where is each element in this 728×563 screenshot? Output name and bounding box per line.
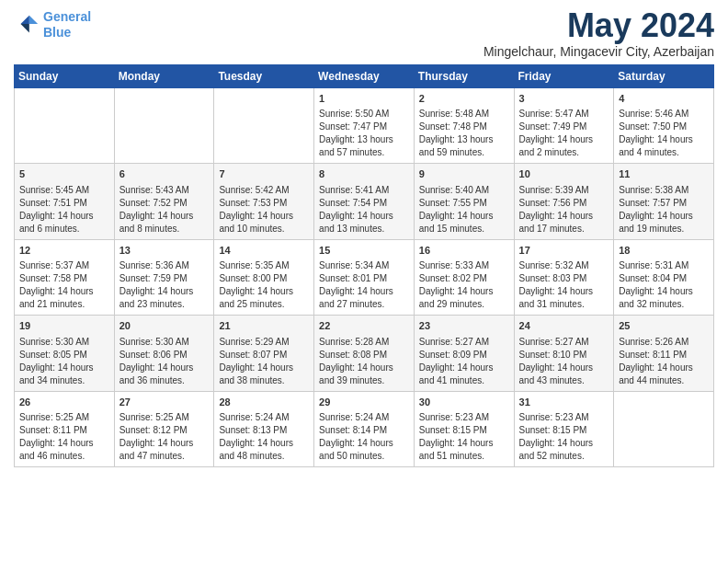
sunset-text: Sunset: 8:10 PM — [519, 349, 609, 362]
daylight-text: Daylight: 13 hours and 57 minutes. — [319, 133, 409, 159]
day-number: 4 — [619, 92, 709, 106]
col-sunday: Sunday — [15, 65, 115, 88]
day-number: 2 — [419, 92, 509, 106]
location: Mingelchaur, Mingacevir City, Azerbaijan — [483, 44, 714, 59]
daylight-text: Daylight: 14 hours and 29 minutes. — [419, 285, 509, 311]
day-number: 11 — [619, 167, 709, 181]
calendar-cell: 25Sunrise: 5:26 AMSunset: 8:11 PMDayligh… — [614, 316, 714, 391]
col-monday: Monday — [114, 65, 214, 88]
sunset-text: Sunset: 8:06 PM — [119, 349, 210, 362]
daylight-text: Daylight: 14 hours and 39 minutes. — [319, 362, 409, 387]
sunrise-text: Sunrise: 5:48 AM — [419, 108, 509, 121]
calendar-cell: 6Sunrise: 5:43 AMSunset: 7:52 PMDaylight… — [114, 164, 214, 239]
day-number: 18 — [619, 244, 709, 258]
sunset-text: Sunset: 7:57 PM — [619, 197, 709, 210]
sunset-text: Sunset: 7:59 PM — [119, 272, 210, 285]
calendar-cell: 7Sunrise: 5:42 AMSunset: 7:53 PMDaylight… — [214, 164, 314, 239]
calendar-cell: 1Sunrise: 5:50 AMSunset: 7:47 PMDaylight… — [314, 88, 415, 164]
sunrise-text: Sunrise: 5:33 AM — [419, 259, 509, 272]
daylight-text: Daylight: 14 hours and 27 minutes. — [319, 285, 409, 311]
sunset-text: Sunset: 7:50 PM — [619, 121, 709, 133]
daylight-text: Daylight: 14 hours and 34 minutes. — [19, 362, 109, 387]
day-number: 31 — [519, 396, 609, 409]
sunset-text: Sunset: 8:03 PM — [519, 272, 609, 285]
day-number: 22 — [319, 319, 409, 333]
svg-marker-0 — [29, 16, 38, 24]
calendar-cell: 13Sunrise: 5:36 AMSunset: 7:59 PMDayligh… — [114, 239, 214, 315]
sunrise-text: Sunrise: 5:39 AM — [519, 184, 609, 197]
daylight-text: Daylight: 14 hours and 17 minutes. — [519, 210, 609, 236]
daylight-text: Daylight: 14 hours and 13 minutes. — [319, 210, 409, 236]
calendar-cell: 18Sunrise: 5:31 AMSunset: 8:04 PMDayligh… — [614, 239, 714, 315]
sunset-text: Sunset: 8:09 PM — [419, 349, 509, 362]
calendar-cell: 21Sunrise: 5:29 AMSunset: 8:07 PMDayligh… — [214, 316, 314, 391]
sunset-text: Sunset: 8:12 PM — [119, 424, 210, 437]
daylight-text: Daylight: 14 hours and 4 minutes. — [619, 133, 709, 159]
sunrise-text: Sunrise: 5:30 AM — [119, 336, 210, 349]
calendar-cell: 22Sunrise: 5:28 AMSunset: 8:08 PMDayligh… — [314, 316, 415, 391]
sunset-text: Sunset: 7:48 PM — [419, 121, 509, 133]
daylight-text: Daylight: 14 hours and 15 minutes. — [419, 210, 509, 236]
calendar-cell: 2Sunrise: 5:48 AMSunset: 7:48 PMDaylight… — [414, 88, 514, 164]
sunrise-text: Sunrise: 5:32 AM — [519, 259, 609, 272]
sunset-text: Sunset: 8:01 PM — [319, 272, 409, 285]
sunrise-text: Sunrise: 5:27 AM — [419, 336, 509, 349]
calendar-cell: 3Sunrise: 5:47 AMSunset: 7:49 PMDaylight… — [514, 88, 614, 164]
day-number: 29 — [319, 396, 409, 409]
calendar-cell: 19Sunrise: 5:30 AMSunset: 8:05 PMDayligh… — [15, 316, 115, 391]
sunrise-text: Sunrise: 5:23 AM — [519, 411, 609, 424]
logo: General Blue — [14, 9, 91, 40]
day-number: 1 — [319, 92, 409, 106]
day-number: 19 — [19, 319, 109, 333]
sunset-text: Sunset: 8:15 PM — [419, 424, 509, 437]
sunset-text: Sunset: 7:51 PM — [19, 197, 109, 210]
sunset-text: Sunset: 8:00 PM — [219, 272, 309, 285]
calendar-cell: 10Sunrise: 5:39 AMSunset: 7:56 PMDayligh… — [514, 164, 614, 239]
sunrise-text: Sunrise: 5:24 AM — [219, 411, 309, 424]
daylight-text: Daylight: 14 hours and 21 minutes. — [19, 285, 109, 311]
day-number: 5 — [19, 167, 109, 181]
day-number: 7 — [219, 167, 309, 181]
sunset-text: Sunset: 7:47 PM — [319, 121, 409, 133]
sunrise-text: Sunrise: 5:43 AM — [119, 184, 210, 197]
calendar-cell: 11Sunrise: 5:38 AMSunset: 7:57 PMDayligh… — [614, 164, 714, 239]
day-number: 20 — [119, 319, 210, 333]
daylight-text: Daylight: 14 hours and 8 minutes. — [119, 210, 210, 236]
day-number: 14 — [219, 244, 309, 258]
sunset-text: Sunset: 8:11 PM — [19, 424, 109, 437]
calendar-cell: 9Sunrise: 5:40 AMSunset: 7:55 PMDaylight… — [414, 164, 514, 239]
col-tuesday: Tuesday — [214, 65, 314, 88]
calendar-cell: 14Sunrise: 5:35 AMSunset: 8:00 PMDayligh… — [214, 239, 314, 315]
daylight-text: Daylight: 14 hours and 44 minutes. — [619, 362, 709, 387]
calendar-cell — [114, 88, 214, 164]
calendar-cell: 12Sunrise: 5:37 AMSunset: 7:58 PMDayligh… — [15, 239, 115, 315]
header: General Blue May 2024 Mingelchaur, Minga… — [14, 9, 714, 59]
daylight-text: Daylight: 14 hours and 38 minutes. — [219, 362, 309, 387]
calendar-cell: 26Sunrise: 5:25 AMSunset: 8:11 PMDayligh… — [15, 391, 115, 466]
daylight-text: Daylight: 14 hours and 47 minutes. — [119, 437, 210, 463]
daylight-text: Daylight: 14 hours and 43 minutes. — [519, 362, 609, 387]
calendar-table: Sunday Monday Tuesday Wednesday Thursday… — [14, 64, 714, 467]
sunset-text: Sunset: 7:56 PM — [519, 197, 609, 210]
daylight-text: Daylight: 14 hours and 50 minutes. — [319, 437, 409, 463]
daylight-text: Daylight: 14 hours and 52 minutes. — [519, 437, 609, 463]
sunrise-text: Sunrise: 5:47 AM — [519, 108, 609, 121]
calendar-cell: 30Sunrise: 5:23 AMSunset: 8:15 PMDayligh… — [414, 391, 514, 466]
header-row: Sunday Monday Tuesday Wednesday Thursday… — [15, 65, 714, 88]
day-number: 16 — [419, 244, 509, 258]
daylight-text: Daylight: 14 hours and 41 minutes. — [419, 362, 509, 387]
sunrise-text: Sunrise: 5:50 AM — [319, 108, 409, 121]
col-wednesday: Wednesday — [314, 65, 415, 88]
calendar-cell: 29Sunrise: 5:24 AMSunset: 8:14 PMDayligh… — [314, 391, 415, 466]
sunrise-text: Sunrise: 5:28 AM — [319, 336, 409, 349]
col-friday: Friday — [514, 65, 614, 88]
daylight-text: Daylight: 14 hours and 31 minutes. — [519, 285, 609, 311]
day-number: 10 — [519, 167, 609, 181]
sunset-text: Sunset: 8:11 PM — [619, 349, 709, 362]
calendar-cell: 27Sunrise: 5:25 AMSunset: 8:12 PMDayligh… — [114, 391, 214, 466]
sunset-text: Sunset: 7:58 PM — [19, 272, 109, 285]
calendar-week-3: 12Sunrise: 5:37 AMSunset: 7:58 PMDayligh… — [15, 239, 714, 315]
day-number: 27 — [119, 396, 210, 409]
sunrise-text: Sunrise: 5:46 AM — [619, 108, 709, 121]
page: General Blue May 2024 Mingelchaur, Minga… — [0, 0, 728, 477]
